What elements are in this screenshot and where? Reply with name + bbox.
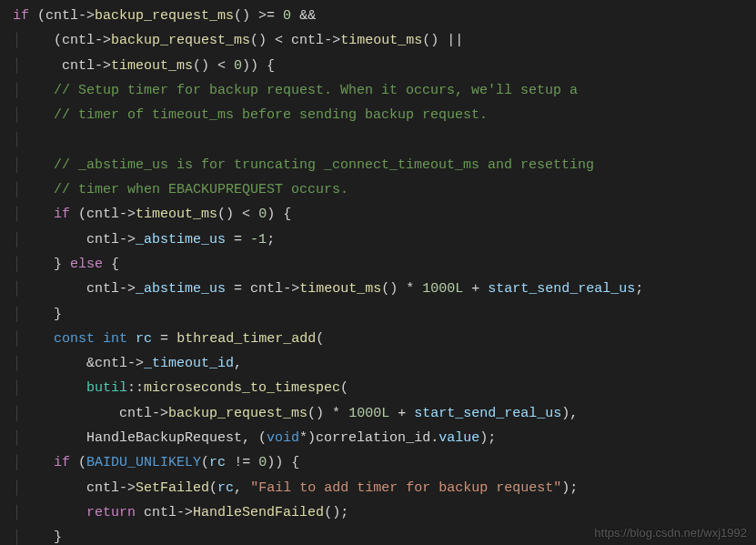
code-line: │ // _abstime_us is for truncating _conn… <box>13 157 594 173</box>
code-line: │ cntl->SetFailed(rc, "Fail to add timer… <box>13 480 578 496</box>
var-rc: rc <box>136 331 152 347</box>
code-line: │ return cntl->HandleSendFailed(); <box>13 505 348 520</box>
code-line: │ // timer of timeout_ms before sending … <box>13 107 488 123</box>
code-line: │ <box>13 132 21 147</box>
fn-handle-send-failed: HandleSendFailed <box>193 505 324 520</box>
member-abstime-us: _abstime_us <box>136 232 226 247</box>
code-line: │ cntl->backup_request_ms() * 1000L + st… <box>13 406 578 421</box>
var-start-send-real-us: start_send_real_us <box>488 281 635 297</box>
code-line: │ if (cntl->timeout_ms() < 0) { <box>13 207 291 222</box>
code-line: │ // timer when EBACKUPREQUEST occurs. <box>13 182 348 197</box>
keyword-return: return <box>86 505 136 520</box>
code-line: │ const int rc = bthread_timer_add( <box>13 331 324 347</box>
fn-backup-request-ms: backup_request_ms <box>95 8 234 24</box>
ident-cntl: cntl <box>45 8 78 24</box>
comment: // _abstime_us is for truncating _connec… <box>21 157 594 173</box>
code-line: │ cntl->timeout_ms() < 0)) { <box>13 58 275 74</box>
string-literal: "Fail to add timer for backup request" <box>250 480 561 496</box>
keyword-if: if <box>54 207 70 222</box>
comment: // Setup timer for backup request. When … <box>21 83 578 98</box>
code-line: │ &cntl->_timeout_id, <box>13 356 242 371</box>
code-line: │ // Setup timer for backup request. Whe… <box>13 83 578 98</box>
comment: // timer when EBACKUPREQUEST occurs. <box>21 182 348 197</box>
keyword-else: else <box>70 257 103 272</box>
code-line: │ (cntl->backup_request_ms() < cntl->tim… <box>13 33 463 48</box>
keyword-if: if <box>13 8 29 24</box>
code-line: │ } <box>13 530 62 545</box>
code-line: │ } else { <box>13 257 119 272</box>
ident-correlation-id: correlation_id <box>316 430 430 446</box>
code-line: │ cntl->_abstime_us = -1; <box>13 232 275 247</box>
code-line: │ } <box>13 307 62 322</box>
code-editor-content: if (cntl->backup_request_ms() >= 0 && │ … <box>0 0 756 545</box>
fn-microseconds-to-timespec: microseconds_to_timespec <box>144 380 340 396</box>
namespace-butil: butil <box>86 380 127 396</box>
ident-handle-backup-request: HandleBackupRequest <box>86 430 242 446</box>
keyword-const: const <box>54 331 95 347</box>
code-line: │ cntl->_abstime_us = cntl->timeout_ms()… <box>13 281 643 297</box>
code-line: │ HandleBackupRequest, (void*)correlatio… <box>13 430 496 446</box>
keyword-int: int <box>103 331 127 347</box>
comment: // timer of timeout_ms before sending ba… <box>21 107 488 123</box>
fn-set-failed: SetFailed <box>136 480 209 496</box>
code-line: if (cntl->backup_request_ms() >= 0 && <box>13 8 316 24</box>
code-line: │ butil::microseconds_to_timespec( <box>13 380 348 396</box>
keyword-void: void <box>267 430 299 446</box>
macro-baidu-unlikely: BAIDU_UNLIKELY <box>86 455 201 470</box>
member-timeout-id: _timeout_id <box>144 356 234 371</box>
code-line: │ if (BAIDU_UNLIKELY(rc != 0)) { <box>13 455 299 470</box>
member-value: value <box>438 430 479 446</box>
fn-bthread-timer-add: bthread_timer_add <box>176 331 316 347</box>
